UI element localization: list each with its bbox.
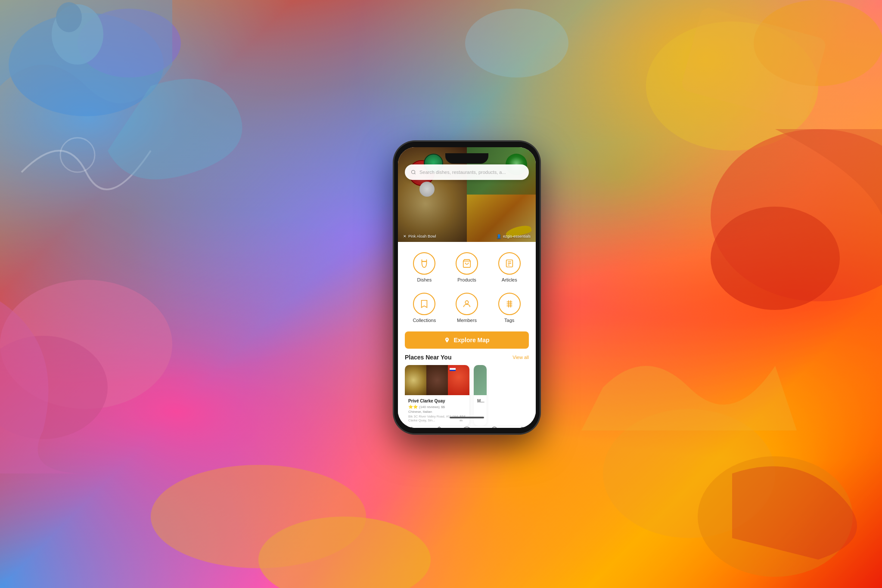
svg-point-24 bbox=[465, 301, 468, 304]
search-bar[interactable]: Search dishes, restaurants, products, a.… bbox=[405, 164, 529, 180]
explore-map-button[interactable]: Explore Map bbox=[405, 331, 529, 349]
svg-point-17 bbox=[412, 170, 415, 174]
svg-point-30 bbox=[408, 427, 415, 428]
search-icon bbox=[411, 170, 416, 175]
place-name-partial: M... bbox=[477, 399, 483, 403]
dishes-icon bbox=[419, 259, 429, 268]
nav-bell-icon bbox=[490, 426, 499, 428]
nav-search[interactable] bbox=[407, 426, 416, 428]
fork-icon: ✕ bbox=[403, 234, 407, 238]
articles-icon bbox=[505, 259, 514, 268]
place-card-info: Privé Clarke Quay ⭐⭐ (140 reviews) $$ Ch… bbox=[405, 395, 469, 426]
nav-home[interactable] bbox=[435, 426, 444, 428]
place-name: Privé Clarke Quay bbox=[408, 399, 466, 403]
view-all-link[interactable]: View all bbox=[512, 355, 529, 360]
places-title: Places Near You bbox=[405, 354, 451, 361]
flag-indicator bbox=[450, 367, 456, 371]
nav-profile[interactable] bbox=[517, 426, 527, 428]
tags-icon-circle bbox=[498, 293, 521, 315]
bottom-nav bbox=[398, 426, 536, 428]
products-icon-circle bbox=[456, 252, 478, 275]
place-distance: 934 m bbox=[460, 415, 466, 422]
place-meta: ⭐⭐ (140 reviews) $$ bbox=[408, 405, 466, 409]
members-label: Members bbox=[457, 318, 477, 323]
place-bottom-row: Blk 3C River Valley Road, #01-09A Clarke… bbox=[408, 415, 466, 422]
category-tags[interactable]: Tags bbox=[490, 289, 529, 326]
collections-icon bbox=[419, 299, 429, 309]
reviews-count: (140 reviews) bbox=[419, 405, 440, 409]
explore-map-label: Explore Map bbox=[453, 337, 489, 344]
svg-point-31 bbox=[463, 427, 471, 428]
products-label: Products bbox=[457, 277, 476, 282]
scene-container: Search dishes, restaurants, products, a.… bbox=[0, 0, 882, 588]
category-articles[interactable]: Articles bbox=[490, 249, 529, 286]
app-content: Search dishes, restaurants, products, a.… bbox=[398, 147, 536, 428]
search-placeholder: Search dishes, restaurants, products, a.… bbox=[419, 170, 523, 175]
place-card-images-partial bbox=[474, 365, 487, 395]
category-members[interactable]: Members bbox=[447, 289, 487, 326]
members-icon bbox=[462, 299, 472, 309]
place-img-partial bbox=[474, 365, 487, 395]
place-img-2 bbox=[426, 365, 448, 395]
place-img-3 bbox=[448, 365, 469, 395]
nav-user-icon bbox=[517, 426, 527, 428]
place-card-info-partial: M... bbox=[474, 395, 487, 408]
category-grid: Dishes bbox=[405, 249, 529, 326]
phone-home-bar bbox=[450, 417, 484, 418]
stars: ⭐⭐ bbox=[408, 405, 418, 409]
price-tag: $$ bbox=[441, 405, 445, 409]
nav-search-icon bbox=[407, 426, 416, 428]
members-icon-circle bbox=[456, 293, 478, 315]
collections-icon-circle bbox=[413, 293, 435, 315]
phone-device: Search dishes, restaurants, products, a.… bbox=[394, 141, 540, 434]
phone-screen: Search dishes, restaurants, products, a.… bbox=[398, 147, 536, 428]
hero-caption-left: ✕ Pink Aloah Bowl bbox=[403, 234, 436, 238]
place-img-1 bbox=[405, 365, 426, 395]
category-dishes[interactable]: Dishes bbox=[405, 249, 444, 286]
nav-add-icon bbox=[462, 426, 472, 428]
nav-home-icon bbox=[435, 426, 444, 428]
collections-label: Collections bbox=[413, 318, 436, 323]
articles-label: Articles bbox=[502, 277, 517, 282]
category-collections[interactable]: Collections bbox=[405, 289, 444, 326]
hero-caption-right: 👤 ezgis-essentials bbox=[497, 234, 531, 238]
user-small-icon: 👤 bbox=[497, 234, 501, 238]
svg-point-34 bbox=[520, 427, 523, 428]
places-section: Places Near You View all bbox=[398, 354, 536, 426]
nav-add[interactable] bbox=[462, 426, 472, 428]
main-content: Dishes bbox=[398, 242, 536, 428]
category-section: Dishes bbox=[398, 242, 536, 330]
tags-label: Tags bbox=[504, 318, 514, 323]
place-card-images bbox=[405, 365, 469, 395]
category-products[interactable]: Products bbox=[447, 249, 487, 286]
phone-notch bbox=[445, 153, 488, 164]
dishes-icon-circle bbox=[413, 252, 435, 275]
place-address: Blk 3C River Valley Road, #01-09A Clarke… bbox=[408, 415, 460, 422]
hero-caption: ✕ Pink Aloah Bowl 👤 ezgis-essentials bbox=[398, 234, 536, 238]
products-icon bbox=[462, 259, 472, 268]
cuisine-type: Chinese, Italian bbox=[408, 410, 466, 414]
map-pin-icon bbox=[444, 337, 450, 343]
tags-icon bbox=[505, 299, 514, 309]
nav-notifications[interactable] bbox=[490, 426, 499, 428]
places-header: Places Near You View all bbox=[405, 354, 529, 361]
articles-icon-circle bbox=[498, 252, 521, 275]
dishes-label: Dishes bbox=[417, 277, 432, 282]
